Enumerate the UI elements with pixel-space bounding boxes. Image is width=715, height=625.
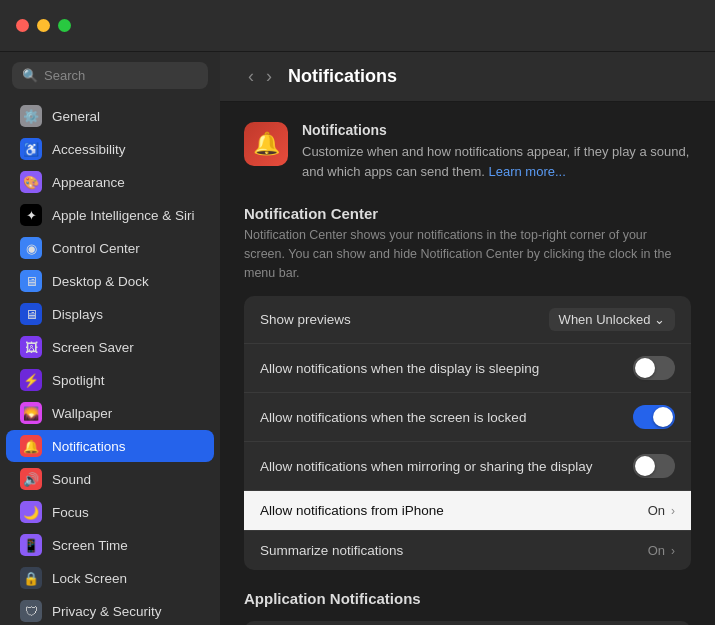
notifications-icon: 🔔 (20, 435, 42, 457)
sidebar-item-accessibility[interactable]: ♿Accessibility (6, 133, 214, 165)
search-bar[interactable]: 🔍 (12, 62, 208, 89)
search-input[interactable] (44, 68, 198, 83)
titlebar (0, 0, 715, 52)
forward-button[interactable]: › (262, 66, 276, 87)
page-title: Notifications (288, 66, 397, 87)
app-notif-item-app-store[interactable]: 🛍App StoreOff› (244, 621, 691, 625)
row-label-allow-locked: Allow notifications when the screen is l… (260, 410, 526, 425)
learn-more-link[interactable]: Learn more... (488, 164, 565, 179)
sidebar-item-label-screen-time: Screen Time (52, 538, 128, 553)
main-layout: 🔍 ⚙️General♿Accessibility🎨Appearance✦App… (0, 52, 715, 625)
notification-center-title: Notification Center (244, 205, 691, 222)
screen-time-icon: 📱 (20, 534, 42, 556)
toggle-allow-mirroring[interactable] (633, 454, 675, 478)
toggle-allow-sleeping[interactable] (633, 356, 675, 380)
settings-row-allow-iphone[interactable]: Allow notifications from iPhoneOn› (244, 491, 691, 531)
control-center-icon: ◉ (20, 237, 42, 259)
sidebar-item-sound[interactable]: 🔊Sound (6, 463, 214, 495)
nav-buttons: ‹ › (244, 66, 276, 87)
notification-center-desc: Notification Center shows your notificat… (244, 226, 691, 282)
notif-header-title: Notifications (302, 122, 691, 138)
settings-row-allow-sleeping[interactable]: Allow notifications when the display is … (244, 344, 691, 393)
notifications-app-icon: 🔔 (244, 122, 288, 166)
sidebar-item-displays[interactable]: 🖥Displays (6, 298, 214, 330)
row-label-allow-mirroring: Allow notifications when mirroring or sh… (260, 459, 592, 474)
row-value-summarize: On (648, 543, 665, 558)
sidebar-item-label-notifications: Notifications (52, 439, 126, 454)
notification-center-header: Notification Center Notification Center … (244, 205, 691, 282)
sidebar-item-notifications[interactable]: 🔔Notifications (6, 430, 214, 462)
row-value-allow-iphone: On (648, 503, 665, 518)
focus-icon: 🌙 (20, 501, 42, 523)
sidebar-item-general[interactable]: ⚙️General (6, 100, 214, 132)
row-right-allow-locked (633, 405, 675, 429)
sidebar-item-label-lock-screen: Lock Screen (52, 571, 127, 586)
dropdown-show-previews[interactable]: When Unlocked ⌄ (549, 308, 675, 331)
desktop-dock-icon: 🖥 (20, 270, 42, 292)
settings-row-show-previews[interactable]: Show previewsWhen Unlocked ⌄ (244, 296, 691, 344)
sidebar-item-focus[interactable]: 🌙Focus (6, 496, 214, 528)
row-label-summarize: Summarize notifications (260, 543, 403, 558)
wallpaper-icon: 🌄 (20, 402, 42, 424)
screen-saver-icon: 🖼 (20, 336, 42, 358)
sidebar-item-desktop-dock[interactable]: 🖥Desktop & Dock (6, 265, 214, 297)
app-notifications-list: 🛍App StoreOff›📅CalendarOff›📹FaceTimeBadg… (244, 621, 691, 625)
accessibility-icon: ♿ (20, 138, 42, 160)
privacy-security-icon: 🛡 (20, 600, 42, 622)
row-label-show-previews: Show previews (260, 312, 351, 327)
back-button[interactable]: ‹ (244, 66, 258, 87)
traffic-lights (16, 19, 71, 32)
settings-list: Show previewsWhen Unlocked ⌄Allow notifi… (244, 296, 691, 570)
sidebar-item-label-sound: Sound (52, 472, 91, 487)
maximize-button[interactable] (58, 19, 71, 32)
content-panel: ‹ › Notifications 🔔 Notifications Custom… (220, 52, 715, 625)
general-icon: ⚙️ (20, 105, 42, 127)
notif-description: Notifications Customize when and how not… (302, 122, 691, 181)
sidebar-item-label-control-center: Control Center (52, 241, 140, 256)
search-icon: 🔍 (22, 68, 38, 83)
sidebar-item-label-apple-intelligence-siri: Apple Intelligence & Siri (52, 208, 195, 223)
apple-intelligence-siri-icon: ✦ (20, 204, 42, 226)
content-header: ‹ › Notifications (220, 52, 715, 102)
sidebar-item-label-wallpaper: Wallpaper (52, 406, 112, 421)
sidebar-item-label-general: General (52, 109, 100, 124)
sidebar-item-label-displays: Displays (52, 307, 103, 322)
sidebar-item-appearance[interactable]: 🎨Appearance (6, 166, 214, 198)
row-right-allow-mirroring (633, 454, 675, 478)
sidebar-item-privacy-security[interactable]: 🛡Privacy & Security (6, 595, 214, 625)
settings-row-summarize[interactable]: Summarize notificationsOn› (244, 531, 691, 570)
sidebar-item-label-focus: Focus (52, 505, 89, 520)
settings-row-allow-mirroring[interactable]: Allow notifications when mirroring or sh… (244, 442, 691, 491)
sound-icon: 🔊 (20, 468, 42, 490)
sidebar-item-lock-screen[interactable]: 🔒Lock Screen (6, 562, 214, 594)
sidebar-item-label-accessibility: Accessibility (52, 142, 126, 157)
row-right-allow-iphone: On› (648, 503, 675, 518)
sidebar-items-container: ⚙️General♿Accessibility🎨Appearance✦Apple… (0, 99, 220, 625)
sidebar-item-label-privacy-security: Privacy & Security (52, 604, 162, 619)
minimize-button[interactable] (37, 19, 50, 32)
chevron-icon-allow-iphone: › (671, 504, 675, 518)
sidebar-item-screen-saver[interactable]: 🖼Screen Saver (6, 331, 214, 363)
notif-header-card: 🔔 Notifications Customize when and how n… (244, 122, 691, 181)
row-right-summarize: On› (648, 543, 675, 558)
settings-row-allow-locked[interactable]: Allow notifications when the screen is l… (244, 393, 691, 442)
sidebar-item-control-center[interactable]: ◉Control Center (6, 232, 214, 264)
sidebar-item-label-desktop-dock: Desktop & Dock (52, 274, 149, 289)
row-right-allow-sleeping (633, 356, 675, 380)
spotlight-icon: ⚡ (20, 369, 42, 391)
notif-desc-text: Customize when and how notifications app… (302, 142, 691, 181)
sidebar-item-screen-time[interactable]: 📱Screen Time (6, 529, 214, 561)
appearance-icon: 🎨 (20, 171, 42, 193)
chevron-icon-summarize: › (671, 544, 675, 558)
sidebar-item-label-spotlight: Spotlight (52, 373, 105, 388)
sidebar-item-label-screen-saver: Screen Saver (52, 340, 134, 355)
close-button[interactable] (16, 19, 29, 32)
sidebar-item-wallpaper[interactable]: 🌄Wallpaper (6, 397, 214, 429)
row-label-allow-iphone: Allow notifications from iPhone (260, 503, 444, 518)
row-right-show-previews: When Unlocked ⌄ (549, 308, 675, 331)
row-label-allow-sleeping: Allow notifications when the display is … (260, 361, 539, 376)
app-notifications-title: Application Notifications (244, 590, 691, 607)
toggle-allow-locked[interactable] (633, 405, 675, 429)
sidebar-item-spotlight[interactable]: ⚡Spotlight (6, 364, 214, 396)
sidebar-item-apple-intelligence-siri[interactable]: ✦Apple Intelligence & Siri (6, 199, 214, 231)
